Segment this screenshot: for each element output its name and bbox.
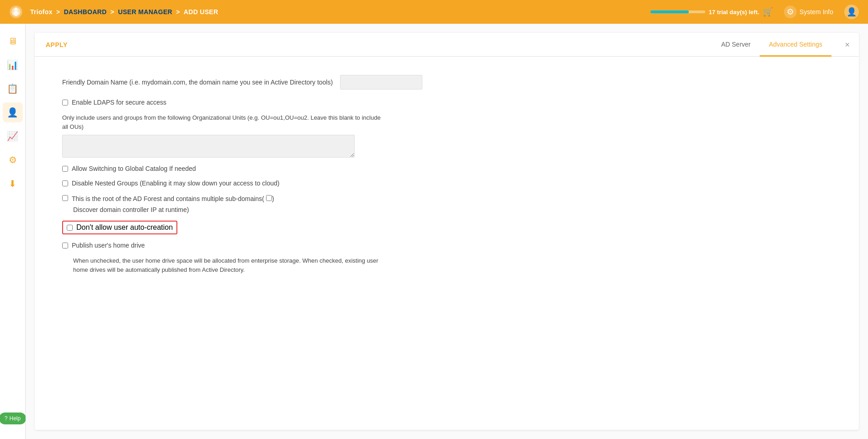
sidebar-item-reports[interactable]: 📊 <box>3 55 23 75</box>
user-avatar-button[interactable]: 👤 <box>844 5 859 19</box>
sidebar-item-dashboard[interactable]: 🖥 <box>3 31 23 51</box>
help-icon: ? <box>5 415 8 422</box>
ad-forest-label-end: ) <box>272 195 274 202</box>
sidebar-help: ? Help <box>0 413 26 424</box>
sidebar: 🖥 📊 📋 👤 📈 ⚙ ⬇ ? Help <box>0 24 26 439</box>
ad-forest-label[interactable]: This is the root of the AD Forest and co… <box>72 194 274 202</box>
friendly-domain-label: Friendly Domain Name (i.e. mydomain.com,… <box>62 79 333 86</box>
trial-badge: 17 trial day(s) left. 🛒 <box>650 7 773 17</box>
cart-icon[interactable]: 🛒 <box>763 7 773 17</box>
dont-allow-row: Don't allow user auto-creation <box>62 221 177 234</box>
enable-ldaps-label[interactable]: Enable LDAPS for secure access <box>72 99 166 106</box>
ad-forest-row: This is the root of the AD Forest and co… <box>62 194 831 202</box>
trial-text: 17 trial day(s) left. <box>709 9 760 16</box>
panel-body: Friendly Domain Name (i.e. mydomain.com,… <box>35 57 859 296</box>
panel-tabs: AD Server Advanced Settings <box>712 33 831 56</box>
topbar: Triofox > DASHBOARD > USER MANAGER > ADD… <box>0 0 868 24</box>
sysinfo-label: System Info <box>799 8 833 16</box>
panel: APPLY AD Server Advanced Settings × Frie… <box>35 33 859 430</box>
publish-home-checkbox[interactable] <box>62 243 68 249</box>
disable-nested-row: Disable Nested Groups (Enabling it may s… <box>62 180 831 187</box>
sidebar-item-downloads[interactable]: ⬇ <box>3 174 23 194</box>
publish-home-label[interactable]: Publish user's home drive <box>72 242 145 249</box>
discover-domain-row: Discover domain controller IP at runtime… <box>73 206 831 213</box>
logo-icon <box>9 5 23 19</box>
sidebar-item-users[interactable]: 👤 <box>3 102 23 122</box>
disable-nested-checkbox[interactable] <box>62 180 68 186</box>
allow-global-checkbox[interactable] <box>62 166 68 172</box>
disable-nested-label[interactable]: Disable Nested Groups (Enabling it may s… <box>72 180 279 187</box>
sidebar-item-analytics[interactable]: 📈 <box>3 126 23 146</box>
close-button[interactable]: × <box>845 40 850 49</box>
breadcrumb-add-user: ADD USER <box>184 8 218 16</box>
help-label: Help <box>10 415 21 422</box>
enable-ldaps-checkbox[interactable] <box>62 100 68 106</box>
tab-advanced-settings[interactable]: Advanced Settings <box>760 33 831 57</box>
publish-home-row: Publish user's home drive <box>62 242 831 249</box>
allow-global-label[interactable]: Allow Switching to Global Catalog If nee… <box>72 165 196 172</box>
apply-button[interactable]: APPLY <box>46 41 68 48</box>
discover-domain-label: Discover domain controller IP at runtime… <box>73 206 189 213</box>
gear-icon: ⚙ <box>784 5 797 18</box>
ad-forest-label-text: This is the root of the AD Forest and co… <box>72 195 264 202</box>
layout: 🖥 📊 📋 👤 📈 ⚙ ⬇ ? Help APPLY AD Server Adv… <box>0 24 868 439</box>
allow-global-row: Allow Switching to Global Catalog If nee… <box>62 165 831 172</box>
breadcrumb-dashboard[interactable]: DASHBOARD <box>64 8 107 16</box>
trial-progress-bar <box>650 11 705 13</box>
topbar-right: 17 trial day(s) left. 🛒 ⚙ System Info 👤 <box>650 5 859 19</box>
friendly-domain-row: Friendly Domain Name (i.e. mydomain.com,… <box>62 75 831 90</box>
sysinfo-button[interactable]: ⚙ System Info <box>784 5 833 18</box>
breadcrumb-user-manager[interactable]: USER MANAGER <box>118 8 172 16</box>
main-content: APPLY AD Server Advanced Settings × Frie… <box>26 24 868 439</box>
ad-forest-inline-checkbox[interactable] <box>266 195 272 201</box>
panel-header: APPLY AD Server Advanced Settings × <box>35 33 859 57</box>
tab-ad-server[interactable]: AD Server <box>712 33 760 57</box>
logo-name: Triofox <box>30 8 53 16</box>
breadcrumb: Triofox > DASHBOARD > USER MANAGER > ADD… <box>30 8 218 16</box>
dont-allow-label[interactable]: Don't allow user auto-creation <box>76 223 173 232</box>
friendly-domain-input[interactable] <box>340 75 422 90</box>
dont-allow-checkbox[interactable] <box>67 225 73 231</box>
ad-forest-checkbox[interactable] <box>62 195 68 201</box>
ou-description: Only include users and groups from the f… <box>62 113 382 131</box>
ou-textarea[interactable] <box>62 135 355 158</box>
publish-home-description: When unchecked, the user home drive spac… <box>73 256 393 274</box>
sidebar-item-files[interactable]: 📋 <box>3 79 23 99</box>
sidebar-item-settings[interactable]: ⚙ <box>3 150 23 170</box>
enable-ldaps-row: Enable LDAPS for secure access <box>62 99 831 106</box>
help-button[interactable]: ? Help <box>0 413 26 424</box>
trial-bar-fill <box>650 11 689 13</box>
logo: Triofox > DASHBOARD > USER MANAGER > ADD… <box>9 5 218 19</box>
